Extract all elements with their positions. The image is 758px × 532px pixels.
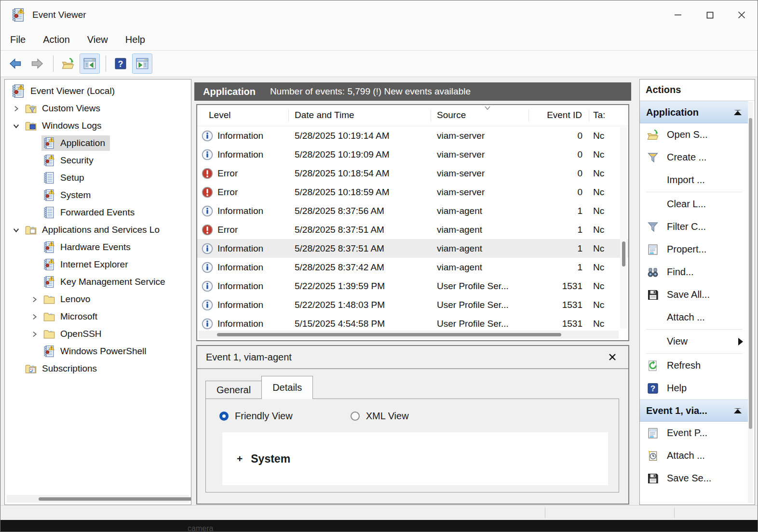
event-row[interactable]: Information5/22/2025 1:39:59 PMUser Prof… bbox=[197, 277, 628, 295]
error-icon bbox=[202, 224, 213, 236]
column-header-level[interactable]: Level bbox=[197, 109, 289, 122]
chevron-right-icon[interactable] bbox=[27, 309, 41, 324]
close-button[interactable] bbox=[726, 0, 758, 29]
expand-system-node[interactable]: + bbox=[237, 453, 243, 465]
action-import[interactable]: Import ... bbox=[640, 169, 748, 191]
chevron-down-icon[interactable] bbox=[9, 223, 23, 237]
scrollbar-thumb[interactable] bbox=[217, 333, 561, 336]
scrollbar-thumb[interactable] bbox=[749, 118, 752, 429]
action-propert[interactable]: Propert... bbox=[640, 238, 748, 261]
tree-item-application[interactable]: Application bbox=[5, 134, 191, 152]
event-row[interactable]: Information5/22/2025 1:48:03 PMUser Prof… bbox=[197, 295, 628, 314]
tree-item-applications-and-services-lo[interactable]: Applications and Services Lo bbox=[5, 221, 191, 239]
maximize-button[interactable] bbox=[694, 0, 726, 29]
event-id-cell: 1531 bbox=[529, 300, 589, 310]
event-row[interactable]: Error5/28/2025 10:18:54 AMviam-server0Nc bbox=[197, 164, 628, 183]
actions-vertical-scrollbar[interactable] bbox=[748, 102, 753, 503]
action-group-application[interactable]: Application bbox=[640, 101, 748, 123]
column-header-task-category[interactable]: Ta: bbox=[589, 109, 609, 122]
tree-item-microsoft[interactable]: Microsoft bbox=[5, 308, 191, 325]
chevron-right-icon[interactable] bbox=[27, 327, 41, 341]
toolbar-show-hide-action-pane-button[interactable] bbox=[132, 53, 152, 74]
menu-view[interactable]: View bbox=[79, 34, 117, 45]
action-save-se[interactable]: Save Se... bbox=[640, 467, 748, 490]
collapse-icon[interactable] bbox=[734, 110, 742, 115]
event-list-horizontal-scrollbar[interactable] bbox=[199, 331, 619, 339]
tree-item-key-management-service[interactable]: Key Management Service bbox=[5, 273, 191, 291]
menu-help[interactable]: Help bbox=[117, 34, 154, 45]
action-refresh[interactable]: Refresh bbox=[640, 354, 748, 377]
action-attach[interactable]: Attach ... bbox=[640, 306, 748, 329]
toolbar-back-button[interactable] bbox=[5, 53, 26, 74]
event-row[interactable]: Error5/28/2025 10:18:59 AMviam-server0Nc bbox=[197, 183, 628, 201]
tree-item-label: Hardware Events bbox=[60, 242, 131, 253]
system-node-label: System bbox=[251, 452, 290, 466]
close-detail-button[interactable] bbox=[605, 350, 620, 364]
tree-item-subscriptions[interactable]: Subscriptions bbox=[5, 360, 191, 377]
column-header-date-and-time[interactable]: Date and Time bbox=[289, 109, 431, 122]
export-folder-icon bbox=[61, 56, 75, 71]
binoculars-icon bbox=[646, 266, 660, 279]
toolbar-help-button[interactable]: ? bbox=[110, 53, 131, 74]
tree-item-event-viewer-local[interactable]: Event Viewer (Local) bbox=[5, 82, 191, 100]
event-source-cell: User Profile Ser... bbox=[431, 319, 529, 329]
toolbar-forward-button[interactable] bbox=[27, 53, 47, 74]
tree-item-hardware-events[interactable]: Hardware Events bbox=[5, 239, 191, 256]
tree-item-system[interactable]: System bbox=[5, 186, 191, 204]
action-pane-icon bbox=[135, 56, 149, 71]
action-open-s[interactable]: Open S... bbox=[640, 123, 748, 146]
tree-item-security[interactable]: Security bbox=[5, 152, 191, 169]
action-find[interactable]: Find... bbox=[640, 261, 748, 283]
event-row[interactable]: Error5/28/2025 8:37:51 AMviam-agent1Nc bbox=[197, 220, 628, 239]
tree-item-windows-powershell[interactable]: Windows PowerShell bbox=[5, 343, 191, 360]
tree-item-openssh[interactable]: OpenSSH bbox=[5, 325, 191, 343]
tree-node: Internet Explorer bbox=[41, 257, 133, 272]
action-create[interactable]: Create ... bbox=[640, 146, 748, 169]
event-source-cell: viam-agent bbox=[431, 243, 529, 254]
action-save-all[interactable]: Save All... bbox=[640, 283, 748, 306]
tree-item-forwarded-events[interactable]: Forwarded Events bbox=[5, 204, 191, 221]
menu-file[interactable]: File bbox=[0, 34, 34, 45]
action-filter-c[interactable]: Filter C... bbox=[640, 215, 748, 238]
event-row[interactable]: Information5/28/2025 8:37:42 AMviam-agen… bbox=[197, 258, 628, 277]
action-attach[interactable]: Attach ... bbox=[640, 444, 748, 467]
friendly-view-radio[interactable]: Friendly View bbox=[219, 411, 293, 422]
scrollbar-thumb[interactable] bbox=[622, 241, 625, 266]
tree-item-internet-explorer[interactable]: Internet Explorer bbox=[5, 256, 191, 273]
action-group-event-1-via[interactable]: Event 1, via... bbox=[640, 399, 748, 422]
event-datetime-cell: 5/28/2025 10:19:14 AM bbox=[289, 131, 431, 141]
column-header-source[interactable]: Source bbox=[431, 109, 529, 122]
action-help[interactable]: ?Help bbox=[640, 377, 748, 399]
tree-item-lenovo[interactable]: Lenovo bbox=[5, 291, 191, 308]
chevron-right-icon[interactable] bbox=[9, 101, 23, 116]
action-group-label: Application bbox=[646, 107, 699, 118]
tree-item-setup[interactable]: Setup bbox=[5, 169, 191, 186]
chevron-down-icon[interactable] bbox=[9, 119, 23, 133]
action-event-p[interactable]: Event P... bbox=[640, 422, 748, 444]
action-label: Attach ... bbox=[667, 450, 705, 461]
toolbar-show-hide-console-tree-button[interactable] bbox=[80, 53, 100, 74]
event-row[interactable]: Information5/28/2025 10:19:09 AMviam-ser… bbox=[197, 145, 628, 164]
chevron-right-icon[interactable] bbox=[27, 292, 41, 306]
toolbar-export-button[interactable] bbox=[58, 53, 78, 74]
column-header-event-id[interactable]: Event ID bbox=[529, 109, 589, 122]
action-view[interactable]: View bbox=[640, 330, 748, 353]
minimize-button[interactable] bbox=[662, 0, 694, 29]
menu-action[interactable]: Action bbox=[34, 34, 79, 45]
tree-item-windows-logs[interactable]: Windows Logs bbox=[5, 117, 191, 134]
collapse-icon[interactable] bbox=[734, 408, 742, 413]
event-row[interactable]: Information5/28/2025 8:37:51 AMviam-agen… bbox=[197, 239, 628, 258]
events-summary: Number of events: 5,799 (!) New events a… bbox=[270, 86, 471, 97]
sidebar-horizontal-scrollbar[interactable] bbox=[7, 495, 189, 503]
filter-icon bbox=[646, 221, 660, 233]
action-clear-l[interactable]: Clear L... bbox=[640, 193, 748, 215]
event-level-label: Error bbox=[217, 225, 238, 235]
tab-general[interactable]: General bbox=[205, 381, 262, 399]
event-list-vertical-scrollbar[interactable] bbox=[620, 127, 627, 329]
event-row[interactable]: Information5/28/2025 8:37:56 AMviam-agen… bbox=[197, 201, 628, 220]
xml-view-radio[interactable]: XML View bbox=[351, 411, 409, 422]
scrollbar-thumb[interactable] bbox=[39, 497, 191, 501]
tab-details[interactable]: Details bbox=[261, 376, 313, 399]
event-row[interactable]: Information5/28/2025 10:19:14 AMviam-ser… bbox=[197, 126, 628, 145]
tree-item-custom-views[interactable]: Custom Views bbox=[5, 100, 191, 117]
